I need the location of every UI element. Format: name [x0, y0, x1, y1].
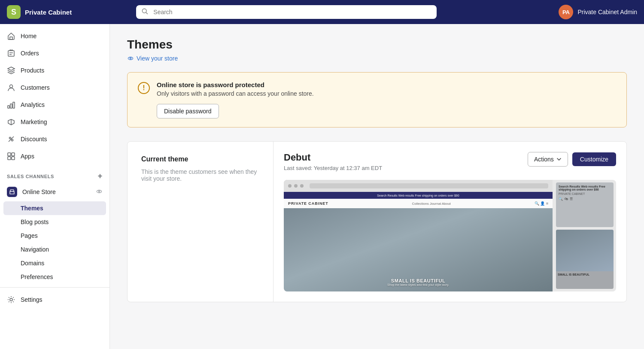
screenshot-secondary: Search Results Web results Free shipping… [556, 180, 616, 291]
toolbar-dot-1 [288, 184, 292, 188]
hero-overlay: SMALL IS BEAUTIFUL Shop the latest style… [387, 278, 449, 286]
svg-line-1 [146, 12, 148, 14]
hero-subtitle: Shop the latest styles and find your sty… [387, 283, 449, 286]
card-icons: 🔍 🛍 ☰ [559, 197, 611, 201]
theme-name: Debut [284, 152, 382, 163]
svg-rect-14 [12, 153, 15, 156]
svg-point-19 [10, 298, 12, 301]
sidebar-sub-themes[interactable]: Themes [3, 201, 106, 215]
home-icon [7, 32, 15, 40]
screenshot-icons: 🔍 👤 ≡ [535, 201, 548, 206]
svg-point-20 [128, 57, 133, 60]
sidebar-item-settings[interactable]: Settings [0, 291, 109, 308]
current-theme-card: Current theme This is the theme customer… [127, 141, 627, 302]
screenshot-hero: SMALL IS BEAUTIFUL Shop the latest style… [284, 208, 553, 291]
sidebar-label-apps: Apps [21, 153, 34, 160]
screenshot-nav: PRIVATE CABINET Collections Journal Abou… [284, 199, 553, 208]
sidebar-label-marketing: Marketing [21, 118, 47, 125]
view-store-link[interactable]: View your store [127, 55, 627, 62]
brand[interactable]: S Private Cabinet [7, 5, 72, 19]
sidebar-label-settings: Settings [21, 296, 43, 303]
sidebar-sub-navigation[interactable]: Navigation [0, 243, 109, 256]
screenshot-store-name: PRIVATE CABINET [288, 201, 328, 206]
theme-screenshot: Search Results Web results Free shipping… [284, 180, 616, 291]
screenshot-main: Search Results Web results Free shipping… [284, 180, 553, 291]
topnav: S Private Cabinet PA Private Cabinet Adm… [0, 0, 644, 24]
settings-icon [7, 295, 15, 304]
main-content: Themes View your store ! Online store is… [110, 24, 644, 349]
analytics-icon [7, 100, 15, 109]
page-title: Themes [127, 38, 627, 52]
online-store-label: Online Store [22, 188, 56, 195]
sidebar-label-customers: Customers [21, 84, 50, 91]
marketing-icon [7, 118, 15, 126]
banner-title: Online store is password protected [157, 81, 314, 88]
chevron-down-icon [556, 157, 562, 162]
svg-point-11 [12, 140, 13, 141]
theme-preview: Debut Last saved: Yesterday at 12:37 am … [273, 142, 626, 302]
screenshot-toolbar [284, 180, 553, 192]
secondary-card-top: Search Results Web results Free shipping… [556, 182, 614, 227]
shopify-logo: S [7, 5, 21, 19]
search-wrapper [136, 5, 437, 19]
sidebar-sub-preferences[interactable]: Preferences [0, 270, 109, 284]
disable-password-button[interactable]: Disable password [157, 104, 219, 118]
address-bar [310, 183, 548, 188]
sidebar-label-products: Products [21, 67, 44, 74]
customize-button[interactable]: Customize [572, 152, 616, 166]
theme-section-desc: This is the theme customers see when the… [141, 168, 259, 182]
screenshot-nav-items: Collections Journal About [412, 202, 451, 206]
theme-section-title: Current theme [141, 155, 259, 163]
sidebar-item-online-store[interactable]: Online Store [0, 182, 109, 201]
sidebar-item-discounts[interactable]: Discounts [0, 130, 109, 148]
svg-rect-9 [13, 102, 15, 108]
customers-icon [7, 83, 15, 92]
sidebar-item-products[interactable]: Products [0, 62, 109, 79]
online-store-icon [7, 187, 17, 197]
theme-last-saved: Last saved: Yesterday at 12:37 am EDT [284, 165, 382, 171]
svg-rect-3 [8, 51, 14, 56]
card-lower-hero [556, 230, 614, 271]
products-icon [7, 66, 15, 75]
add-sales-channel-button[interactable]: + [98, 172, 103, 181]
warning-icon: ! [138, 82, 150, 94]
avatar[interactable]: PA [559, 5, 573, 19]
apps-icon [7, 152, 15, 161]
theme-info: Debut Last saved: Yesterday at 12:37 am … [284, 152, 382, 171]
sidebar-label-home: Home [21, 33, 36, 39]
sidebar: Home Orders Products Customers Analytics [0, 24, 110, 349]
theme-preview-header: Debut Last saved: Yesterday at 12:37 am … [284, 152, 616, 171]
card-lower-text: SMALL IS BEAUTIFUL [556, 271, 614, 278]
sidebar-label-discounts: Discounts [21, 136, 47, 143]
sidebar-sub-blog-posts[interactable]: Blog posts [0, 215, 109, 229]
password-banner: ! Online store is password protected Onl… [127, 72, 627, 127]
search-icon [141, 8, 148, 16]
svg-rect-8 [10, 104, 12, 108]
sidebar-item-home[interactable]: Home [0, 27, 109, 45]
toolbar-dot-3 [300, 184, 304, 188]
svg-rect-16 [12, 157, 15, 160]
eye-link-icon [127, 55, 134, 62]
sidebar-sub-domains[interactable]: Domains [0, 256, 109, 270]
theme-description: Current theme This is the theme customer… [128, 142, 273, 302]
svg-point-17 [97, 190, 101, 192]
brand-name: Private Cabinet [25, 9, 72, 16]
card-store: PRIVATE CABINET [559, 192, 611, 195]
admin-name: Private Cabinet Admin [577, 9, 637, 15]
sidebar-item-marketing[interactable]: Marketing [0, 113, 109, 130]
sidebar-item-apps[interactable]: Apps [0, 148, 109, 165]
sidebar-item-customers[interactable]: Customers [0, 79, 109, 96]
sidebar-item-analytics[interactable]: Analytics [0, 96, 109, 113]
sidebar-item-orders[interactable]: Orders [0, 45, 109, 62]
orders-icon [7, 49, 15, 58]
search-input[interactable] [136, 5, 437, 19]
actions-button[interactable]: Actions [528, 152, 568, 167]
sales-channels-label: SALES CHANNELS + [0, 165, 109, 182]
svg-point-18 [98, 191, 100, 192]
svg-rect-15 [8, 157, 11, 160]
svg-rect-13 [8, 153, 11, 156]
sidebar-sub-pages[interactable]: Pages [0, 229, 109, 243]
layout: Home Orders Products Customers Analytics [0, 24, 644, 349]
theme-actions: Actions Customize [528, 152, 616, 167]
topnav-right: PA Private Cabinet Admin [559, 5, 637, 19]
